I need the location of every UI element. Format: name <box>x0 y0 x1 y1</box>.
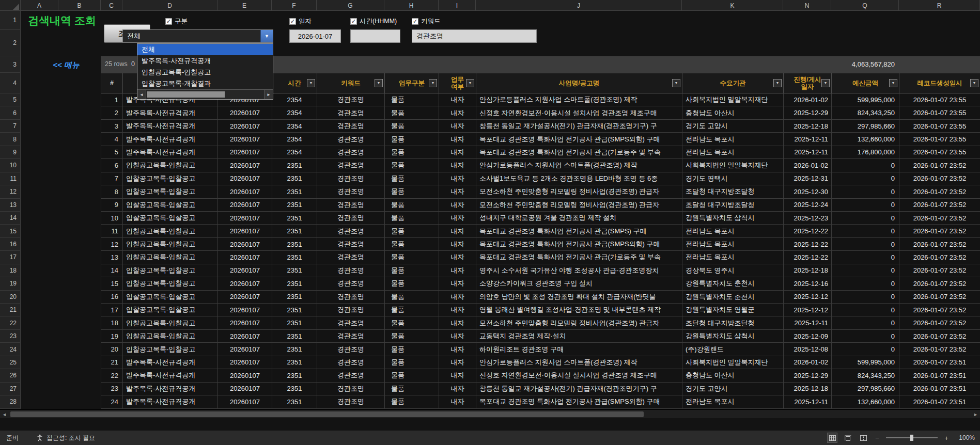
table-cell[interactable]: 2025-12-18 <box>784 383 832 395</box>
table-cell[interactable]: 2351 <box>272 277 317 290</box>
table-cell[interactable]: 입찰공고목록-입찰공고 <box>123 212 218 225</box>
table-cell[interactable]: 입찰공고목록-입찰공고 <box>123 225 218 237</box>
table-cell[interactable]: 목포대교 경관조명 특화사업 전기공사 관급(SMPS) 구매 <box>476 225 682 237</box>
table-cell[interactable]: 신정호 자연환경보전·이용시설 설치사업 경관조명 제조구매 <box>476 106 682 119</box>
table-cell[interactable]: 1 <box>101 93 123 106</box>
column-header-K[interactable]: K <box>682 0 783 11</box>
table-cell[interactable]: 0 <box>832 172 899 185</box>
table-cell[interactable]: 입찰공고목록-입찰공고 <box>123 277 218 290</box>
table-cell[interactable]: 0 <box>832 343 899 356</box>
table-cell[interactable]: 2351 <box>272 395 317 408</box>
table-cell[interactable]: 사회복지법인 밀알복지재단 <box>682 356 784 369</box>
table-cell[interactable]: 내자 <box>439 343 476 356</box>
table-cell[interactable]: 사회복지법인 밀알복지재단 <box>682 159 784 172</box>
table-cell[interactable]: 10 <box>101 212 123 225</box>
table-cell[interactable]: 입찰공고목록-입찰공고 <box>123 291 218 304</box>
table-cell[interactable]: 내자 <box>439 316 476 329</box>
column-header-N[interactable]: N <box>783 0 831 11</box>
table-cell[interactable]: 2026-01-07 23:52 <box>899 199 980 212</box>
table-cell[interactable]: 경관조명 <box>317 212 385 225</box>
table-cell[interactable]: 2026-01-07 23:52 <box>899 291 980 304</box>
table-cell[interactable]: 물품 <box>385 93 439 106</box>
table-cell[interactable]: 2026-01-07 23:52 <box>899 304 980 316</box>
table-cell[interactable]: 내자 <box>439 185 476 198</box>
column-header-R[interactable]: R <box>899 0 980 11</box>
table-cell[interactable]: 경관조명 <box>317 172 385 185</box>
table-cell[interactable]: 2354 <box>272 106 317 119</box>
scroll-right-icon[interactable]: ► <box>971 410 980 419</box>
table-cell[interactable]: 내자 <box>439 264 476 277</box>
table-cell[interactable]: 20260107 <box>218 146 272 159</box>
row-header-19[interactable]: 19 <box>0 277 20 290</box>
filter-button[interactable]: ▼ <box>429 79 437 87</box>
table-cell[interactable]: 경관조명 <box>317 316 385 329</box>
table-cell[interactable]: 20260107 <box>218 291 272 304</box>
table-cell[interactable]: 2025-12-22 <box>784 238 832 251</box>
table-cell[interactable]: 5 <box>101 146 123 159</box>
table-cell[interactable]: 2026-01-07 23:55 <box>899 93 980 106</box>
table-cell[interactable]: 20260107 <box>218 159 272 172</box>
table-cell[interactable]: 21 <box>101 356 123 369</box>
table-cell[interactable]: 2025-12-09 <box>784 330 832 343</box>
table-cell[interactable]: 충청남도 아산시 <box>682 369 784 382</box>
table-cell[interactable]: 0 <box>832 212 899 225</box>
table-cell[interactable]: 13 <box>101 251 123 264</box>
table-cell[interactable]: 발주목록-사전규격공개 <box>123 120 218 133</box>
column-header-J[interactable]: J <box>476 0 682 11</box>
table-cell[interactable]: 내자 <box>439 330 476 343</box>
table-cell[interactable]: 824,343,250 <box>832 369 899 382</box>
dropdown-option[interactable]: 입찰공고목록-입찰공고 <box>137 67 273 78</box>
table-cell[interactable]: 2026-01-07 23:52 <box>899 277 980 290</box>
column-header-D[interactable]: D <box>122 0 217 11</box>
table-cell[interactable]: 824,343,250 <box>832 106 899 119</box>
table-cell[interactable]: 목포대교 경관조명 특화사업 전기공사 관급(SMPS외함) 구매 <box>476 238 682 251</box>
column-header-A[interactable]: A <box>21 0 58 11</box>
table-cell[interactable]: 2025-12-08 <box>784 343 832 356</box>
table-cell[interactable]: 7 <box>101 172 123 185</box>
table-cell[interactable]: 2025-12-22 <box>784 225 832 237</box>
table-cell[interactable]: 20260107 <box>218 356 272 369</box>
table-cell[interactable]: 조달청 대구지방조달청 <box>682 185 784 198</box>
table-cell[interactable]: 강원특별자치도 춘천시 <box>682 277 784 290</box>
filter-button[interactable]: ▼ <box>672 79 680 87</box>
table-cell[interactable]: 2351 <box>272 343 317 356</box>
column-header-I[interactable]: I <box>439 0 476 11</box>
table-cell[interactable]: 전라남도 목포시 <box>682 395 784 408</box>
table-cell[interactable]: 전라남도 목포시 <box>682 133 784 146</box>
table-cell[interactable]: 2026-01-07 23:51 <box>899 356 980 369</box>
zoom-out-button[interactable]: − <box>874 434 881 442</box>
table-cell[interactable]: 20260107 <box>218 133 272 146</box>
table-cell[interactable]: 2025-12-12 <box>784 304 832 316</box>
table-cell[interactable]: 경상북도 영주시 <box>682 264 784 277</box>
row-header-14[interactable]: 14 <box>0 212 20 225</box>
table-cell[interactable]: 경관조명 <box>317 199 385 212</box>
table-cell[interactable]: 20260107 <box>218 369 272 382</box>
table-cell[interactable]: 2026-01-07 23:52 <box>899 185 980 198</box>
gubun-select[interactable]: 전체 ▼ <box>122 29 273 43</box>
table-cell[interactable]: 0 <box>832 225 899 237</box>
table-cell[interactable]: 599,995,000 <box>832 93 899 106</box>
row-header-13[interactable]: 13 <box>0 199 20 212</box>
table-cell[interactable]: 영주시 소수서원 국가유산 야행 조성공사 관급-경관조명장치 <box>476 264 682 277</box>
table-cell[interactable]: 입찰공고목록-입찰공고 <box>123 343 218 356</box>
table-cell[interactable]: 안심가로등플러스 지원사업 스마트폴(경관조명) 제작 <box>476 93 682 106</box>
filter-button[interactable]: ▼ <box>773 79 782 87</box>
table-cell[interactable]: 내자 <box>439 395 476 408</box>
table-cell[interactable]: 2025-12-22 <box>784 251 832 264</box>
table-cell[interactable]: 경관조명 <box>317 343 385 356</box>
checkbox-gubun[interactable]: ✓ 구분 <box>165 17 188 26</box>
zoom-level[interactable]: 100% <box>955 434 975 441</box>
column-header-H[interactable]: H <box>384 0 439 11</box>
table-cell[interactable]: 경관조명 <box>317 93 385 106</box>
row-header-25[interactable]: 25 <box>0 356 20 369</box>
table-cell[interactable]: 입찰공고목록-입찰공고 <box>123 304 218 316</box>
table-cell[interactable]: 강원특별자치도 춘천시 <box>682 291 784 304</box>
dropdown-option[interactable]: 전체 <box>137 44 273 55</box>
table-cell[interactable]: 발주목록-사전규격공개 <box>123 356 218 369</box>
dropdown-option[interactable]: 입찰공고목록-개찰결과 <box>137 78 273 89</box>
row-header-27[interactable]: 27 <box>0 383 20 395</box>
table-cell[interactable]: 경관조명 <box>317 383 385 395</box>
table-cell[interactable]: 내자 <box>439 225 476 237</box>
table-cell[interactable]: 20260107 <box>218 316 272 329</box>
row-header-23[interactable]: 23 <box>0 330 20 343</box>
